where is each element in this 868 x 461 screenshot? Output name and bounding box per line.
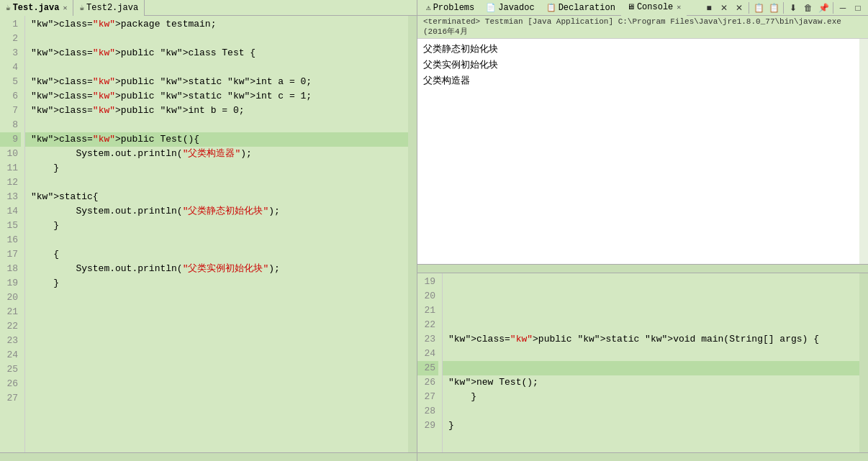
console-icon: 🖥 xyxy=(627,2,635,12)
line-number-5: 5 xyxy=(0,75,21,89)
toolbar-max-btn[interactable]: □ xyxy=(851,1,865,15)
console-panel: ⚠ Problems 📄 Javadoc 📋 Declaration 🖥 Con… xyxy=(417,0,868,273)
left-scrollbar[interactable] xyxy=(408,16,417,452)
line-number-18: 18 xyxy=(0,262,21,276)
code-line-23 xyxy=(25,334,408,348)
bottom-line-number-25: 25 xyxy=(417,361,438,375)
console-hscroll[interactable] xyxy=(417,264,868,273)
code-line-15: } xyxy=(25,219,408,233)
line-number-20: 20 xyxy=(0,291,21,305)
code-line-3: "kw">class="kw">public "kw">class Test { xyxy=(25,46,408,60)
toolbar-sep2 xyxy=(783,2,784,14)
right-panel: ⚠ Problems 📄 Javadoc 📋 Declaration 🖥 Con… xyxy=(417,0,868,461)
line-number-2: 2 xyxy=(0,32,21,46)
tab-problems[interactable]: ⚠ Problems xyxy=(420,0,480,16)
line-number-1: 1 xyxy=(0,17,21,32)
code-line-27 xyxy=(25,391,408,406)
bottom-line-number-20: 20 xyxy=(417,289,438,303)
console-toolbar: ■ ✕ ✕ 📋 📋 ⬇ 🗑 📌 ─ □ xyxy=(702,1,865,15)
tab-label-console: Console xyxy=(637,2,673,12)
line-number-15: 15 xyxy=(0,219,21,233)
line-number-17: 17 xyxy=(0,247,21,262)
code-line-22 xyxy=(25,319,408,334)
code-line-25 xyxy=(25,362,408,377)
line-number-14: 14 xyxy=(0,204,21,219)
console-output[interactable]: 父类静态初始化块父类实例初始化块父类构造器 xyxy=(417,39,859,264)
bottom-line-number-19: 19 xyxy=(417,275,438,289)
code-line-19: } xyxy=(25,276,408,291)
code-line-11: } xyxy=(25,161,408,175)
line-number-3: 3 xyxy=(0,46,21,60)
console-output-container: 父类静态初始化块父类实例初始化块父类构造器 xyxy=(417,39,868,264)
code-line-17: { xyxy=(25,247,408,262)
tab-label-javadoc: Javadoc xyxy=(498,3,534,13)
bottom-code-area[interactable]: "kw">class="kw">public "kw">static "kw">… xyxy=(443,273,859,452)
code-line-6: "kw">class="kw">public "kw">static "kw">… xyxy=(25,89,408,104)
toolbar-remove-btn[interactable]: ✕ xyxy=(717,1,731,15)
tab-console[interactable]: 🖥 Console ✕ xyxy=(621,0,687,16)
line-number-10: 10 xyxy=(0,147,21,161)
toolbar-paste-btn[interactable]: 📋 xyxy=(767,1,781,15)
code-line-16 xyxy=(25,233,408,247)
toolbar-clear-btn[interactable]: 🗑 xyxy=(801,1,815,15)
code-line-14: System.out.println("父类静态初始化块"); xyxy=(25,204,408,219)
bottom-line-number-21: 21 xyxy=(417,303,438,318)
code-line-4 xyxy=(25,60,408,75)
bottom-vscroll[interactable] xyxy=(859,273,868,452)
toolbar-copy-btn[interactable]: 📋 xyxy=(751,1,766,15)
code-line-5: "kw">class="kw">public "kw">static "kw">… xyxy=(25,75,408,89)
bottom-hscroll[interactable] xyxy=(417,452,868,461)
code-line-26 xyxy=(25,377,408,391)
code-line-7: "kw">class="kw">public "kw">int b = 0; xyxy=(25,104,408,118)
line-number-26: 26 xyxy=(0,377,21,391)
bottom-code-line-26: "kw">new Test(); xyxy=(443,375,859,390)
tab-javadoc[interactable]: 📄 Javadoc xyxy=(480,0,540,16)
bottom-code-line-22 xyxy=(443,318,859,332)
bottom-line-number-29: 29 xyxy=(417,419,438,433)
toolbar-sep1 xyxy=(749,2,749,14)
line-number-21: 21 xyxy=(0,305,21,319)
line-number-16: 16 xyxy=(0,233,21,247)
line-number-7: 7 xyxy=(0,104,21,118)
console-vscroll[interactable] xyxy=(859,39,868,264)
code-line-9: "kw">class="kw">public Test(){ xyxy=(25,132,408,147)
tab-label-declaration: Declaration xyxy=(559,3,615,13)
bottom-line-number-27: 27 xyxy=(417,390,438,404)
line-number-24: 24 xyxy=(0,348,21,362)
bottom-code-line-28 xyxy=(443,404,859,419)
line-number-25: 25 xyxy=(0,362,21,377)
declaration-icon: 📋 xyxy=(546,3,556,12)
close-console-tab[interactable]: ✕ xyxy=(677,3,681,12)
javadoc-icon: 📄 xyxy=(486,3,496,12)
toolbar-pin-btn[interactable]: 📌 xyxy=(816,1,831,15)
tab-test-java[interactable]: ☕ Test.java ✕ xyxy=(0,0,73,16)
bottom-code-line-20 xyxy=(443,289,859,303)
toolbar-min-btn[interactable]: ─ xyxy=(836,1,850,15)
toolbar-terminate-btn[interactable]: ■ xyxy=(702,1,716,15)
left-editor: 1234567891011121314151617181920212223242… xyxy=(0,16,417,452)
line-number-19: 19 xyxy=(0,276,21,291)
bottom-code-line-24 xyxy=(443,347,859,361)
console-header: <terminated> Testmian [Java Application]… xyxy=(417,16,868,39)
bottom-line-number-23: 23 xyxy=(417,332,438,347)
bottom-code-line-29: } xyxy=(443,419,859,433)
line-number-9: 9 xyxy=(0,132,21,147)
bottom-editor-container: 1920212223242526272829 "kw">class="kw">p… xyxy=(417,273,868,452)
console-header-text: <terminated> Testmian [Java Application]… xyxy=(423,17,841,36)
left-hscroll[interactable] xyxy=(0,452,417,461)
bottom-code-line-19 xyxy=(443,275,859,289)
line-number-8: 8 xyxy=(0,118,21,132)
console-output-line: 父类实例初始化块 xyxy=(423,58,854,73)
toolbar-scroll-lock-btn[interactable]: ⬇ xyxy=(786,1,800,15)
tab-declaration[interactable]: 📋 Declaration xyxy=(541,0,621,16)
line-number-23: 23 xyxy=(0,334,21,348)
toolbar-stop-btn[interactable]: ✕ xyxy=(732,1,746,15)
line-number-13: 13 xyxy=(0,190,21,204)
close-tab-test-java[interactable]: ✕ xyxy=(63,4,67,12)
console-output-line: 父类静态初始化块 xyxy=(423,42,854,58)
tab-test2-java[interactable]: ☕ Test2.java xyxy=(73,0,145,16)
left-code-area[interactable]: "kw">class="kw">package testmain; "kw">c… xyxy=(25,16,408,452)
line-number-4: 4 xyxy=(0,60,21,75)
tab-label-test-java: Test.java xyxy=(13,3,60,13)
code-line-24 xyxy=(25,348,408,362)
